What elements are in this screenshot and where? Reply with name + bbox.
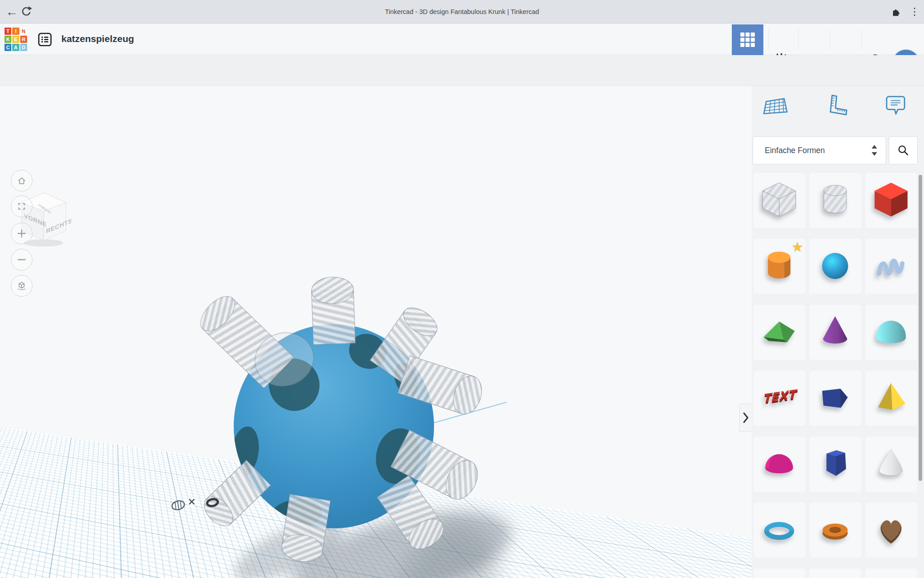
shape-pyramid[interactable] [865,371,917,426]
shape-wedge[interactable] [809,371,861,426]
polygon-icon [813,441,857,485]
torus-icon [758,507,801,550]
design-name[interactable]: katzenspielzeug [61,33,134,44]
shape-heart[interactable] [865,503,917,558]
cylinder-cap [311,276,355,304]
pyramid-icon [869,375,913,419]
shape-roof[interactable] [753,305,805,360]
half-sphere-icon [758,441,801,485]
zoom-in-button[interactable] [11,223,32,244]
tinkercad-window: ← Tinkercad - 3D design Fantabulous Krun… [0,0,924,578]
scribble-icon [869,243,913,287]
notes-tool-icon[interactable] [882,91,910,121]
mini-cross-icon [187,497,197,507]
box-icon [869,177,913,221]
model-cylinder [311,289,356,345]
panel-scrollbar[interactable] [919,175,922,481]
sphere-icon [813,243,857,287]
workplane-tool-icon[interactable] [762,93,790,121]
view-3d-grid-button[interactable] [732,24,763,55]
logo-tile: I [12,28,19,35]
logo-tile: T [5,28,11,35]
edit-toolbar: Importieren Exportieren Senden an [0,55,924,86]
shape-text[interactable]: TEXTTEXT [753,371,805,426]
logo-tile: N [20,28,27,35]
shape-shape-20 [809,569,861,578]
favorite-star-icon[interactable]: ★ [791,239,804,255]
tube-icon [813,507,857,550]
wedge-icon [813,375,857,419]
cone-icon [813,309,857,353]
home-view-button[interactable] [11,170,32,191]
mini-ring-icon [206,498,219,508]
cylinder-cap [398,302,443,342]
shape-grid: ★TEXTTEXT [753,173,917,578]
heart-icon [869,507,913,550]
browser-tab-title: Tinkercad - 3D design Fantabulous Krunk … [0,0,924,23]
browser-titlebar: ← Tinkercad - 3D design Fantabulous Krun… [0,0,924,23]
header-separator [861,29,862,50]
shape-cylinder[interactable]: ★ [753,239,805,294]
model-cylinder [282,494,331,552]
zoom-out-button[interactable] [11,249,32,270]
shapes-panel: Einfache Formen ★TEXTTEXT [752,86,924,578]
mini-workplane-icon [171,499,186,511]
shape-paraboloid[interactable] [865,437,917,492]
shape-category-select[interactable]: Einfache Formen [753,136,886,164]
select-stepper-icon [871,144,878,156]
extensions-puzzle-icon[interactable] [890,6,901,18]
hole-box-icon [758,177,801,221]
shape-scribble[interactable] [865,239,917,294]
app-header: TINKERCAD katzenspielzeug [0,23,924,55]
tinkercad-logo[interactable]: TINKERCAD [5,28,27,51]
shape-hole-cylinder[interactable] [809,173,861,228]
cylinder-cap [448,372,487,418]
shape-cone[interactable] [809,305,861,360]
shape-tube[interactable] [809,503,861,558]
shape-shape-21 [865,569,917,578]
header-separator [798,29,799,50]
shape-hole-box[interactable] [753,173,805,228]
search-icon [896,144,910,157]
logo-tile: K [5,36,11,43]
logo-tile: D [20,44,27,51]
ruler-tool-icon[interactable] [822,92,850,121]
design-menu-icon[interactable] [38,33,52,47]
paraboloid-icon [869,441,913,485]
logo-tile: R [20,36,27,43]
shape-half-sphere[interactable] [753,437,805,492]
roof-icon [758,309,801,353]
perspective-toggle-button[interactable] [11,275,32,297]
collapse-panel-chevron[interactable] [739,404,752,432]
header-separator [768,29,769,50]
shape-round-roof[interactable] [865,305,917,360]
hole-cylinder-icon [813,177,857,221]
logo-tile: C [5,44,11,51]
round-roof-icon [869,309,913,353]
viewport-3d[interactable]: VORNE RECHTS OBEN Einstellungen Fangrast… [0,86,752,578]
shape-sphere[interactable] [809,239,861,294]
shape-torus[interactable] [753,503,805,558]
logo-tile: A [12,44,19,51]
shape-box[interactable] [865,173,917,228]
shape-category-value: Einfache Formen [765,146,825,155]
logo-tile: E [12,36,19,43]
shape-polygon[interactable] [809,437,861,492]
browser-menu-icon[interactable]: ⋮ [910,6,919,18]
search-shapes-button[interactable] [889,136,918,164]
header-separator [830,29,830,50]
cylinder-cap [194,290,241,338]
text-icon: TEXTTEXT [758,375,801,419]
fit-view-button[interactable] [11,196,32,217]
shape-shape-19 [753,569,805,578]
